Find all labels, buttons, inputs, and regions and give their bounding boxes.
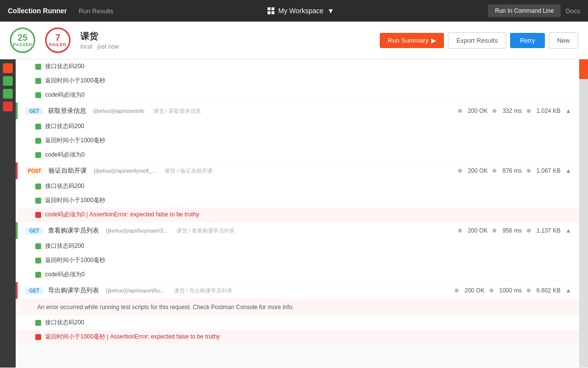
test-row: 返回时间小于1000毫秒 xyxy=(16,193,579,208)
request-header[interactable]: POST 验证自助开课 {{kehuo}}/api/verify/self_..… xyxy=(16,162,579,179)
nav-left: Collection Runner Run Results xyxy=(8,7,113,15)
request-header[interactable]: GET 查看购课学员列表 {{kehuo}}/api/buy/user/3...… xyxy=(16,222,579,239)
test-pass-indicator xyxy=(35,152,41,158)
response-time: 956 ms xyxy=(502,227,521,234)
status-dot xyxy=(458,229,462,233)
method-badge: GET xyxy=(25,227,43,235)
scroll-indicator xyxy=(579,59,588,368)
workspace-selector[interactable]: My Workspace ▼ xyxy=(268,7,334,15)
failed-badge: 7 FAILED xyxy=(45,27,71,53)
run-summary-button[interactable]: Run Summary ▶ xyxy=(380,33,444,48)
test-pass-indicator xyxy=(35,184,41,189)
retry-button[interactable]: Retry xyxy=(510,33,545,48)
sidebar-icon-red[interactable] xyxy=(3,102,13,111)
request-name: 获取登录信息 xyxy=(48,106,86,115)
status-code: 200 OK xyxy=(468,167,488,174)
status-dot xyxy=(458,169,462,173)
test-row: code码必须为0 xyxy=(16,148,579,162)
test-text: 返回时间小于1000毫秒 xyxy=(45,256,105,264)
test-text: 返回时间小于1000毫秒 xyxy=(45,77,105,85)
request-header[interactable]: GET 导出购课学员列表 {{kehuo}}/api/export/bu... … xyxy=(16,282,579,299)
test-text: 接口状态码200 xyxy=(45,242,84,250)
request-stats: 200 OK 956 ms 1.137 KB ▲ xyxy=(458,227,571,234)
run-results-tab[interactable]: Run Results xyxy=(79,7,114,15)
test-text: code码必须为0 xyxy=(45,270,85,279)
run-summary-arrow: ▶ xyxy=(431,37,436,44)
test-pass-indicator xyxy=(35,92,41,98)
request-path: 课货 / 验证自助开课 xyxy=(165,167,212,175)
request-name: 验证自助开课 xyxy=(49,166,87,175)
nav-right: Run In Command Line Docs xyxy=(488,4,580,17)
test-row: code码必须为0 xyxy=(16,88,579,102)
test-fail-indicator xyxy=(35,334,41,340)
method-badge: GET xyxy=(25,287,43,294)
response-size: 6.802 KB xyxy=(537,287,561,294)
new-button[interactable]: New xyxy=(549,32,578,49)
test-row: code码必须为0 | AssertionError: expected fal… xyxy=(16,208,579,222)
test-row: 接口状态码200 xyxy=(16,119,579,133)
request-group: POST 验证自助开课 {{kehuo}}/api/verify/self_..… xyxy=(16,162,579,222)
left-sidebar xyxy=(0,59,16,368)
run-command-button[interactable]: Run In Command Line xyxy=(488,4,561,17)
workspace-name: My Workspace xyxy=(278,7,323,15)
collection-info: 课货 local just now xyxy=(80,30,119,50)
environment-label: local xyxy=(80,43,93,50)
export-results-button[interactable]: Export Results xyxy=(448,32,506,49)
status-code: 200 OK xyxy=(465,287,485,294)
request-url: {{kehuo}}/api/verify/self_... xyxy=(94,168,156,174)
response-time: 876 ms xyxy=(502,167,521,174)
main-container: 接口状态码200 返回时间小于1000毫秒 code码必须为0 GET 获取登录… xyxy=(0,59,588,368)
summary-bar: 25 PASSED 7 FAILED 课货 local just now Run… xyxy=(0,22,588,59)
request-path: 课货 / 获取登录信息 xyxy=(153,107,201,115)
response-size: 1.024 KB xyxy=(537,107,561,114)
test-pass-indicator xyxy=(35,64,41,70)
test-pass-indicator xyxy=(35,124,41,130)
test-pass-indicator xyxy=(35,198,41,204)
test-pass-indicator xyxy=(35,243,41,249)
failed-label: FAILED xyxy=(49,42,66,47)
test-row: 返回时间小于1000毫秒 xyxy=(16,133,579,148)
request-stats: 200 OK 1000 ms 6.802 KB ▲ xyxy=(455,287,571,294)
test-row: 接口状态码200 xyxy=(16,315,579,330)
pre-test-group: 接口状态码200 返回时间小于1000毫秒 code码必须为0 xyxy=(16,59,579,102)
test-row: 接口状态码200 xyxy=(16,239,579,253)
collection-meta: local just now xyxy=(80,43,119,50)
status-dot xyxy=(455,289,459,292)
sidebar-icon-green2[interactable] xyxy=(3,89,13,99)
test-pass-indicator xyxy=(35,320,41,326)
error-message-row: An error occurred while running test scr… xyxy=(16,299,579,315)
request-stats: 200 OK 876 ms 1.067 KB ▲ xyxy=(458,167,571,174)
time-dot xyxy=(492,229,496,233)
test-row: 返回时间小于1000毫秒 xyxy=(16,74,579,88)
test-text: 接口状态码200 xyxy=(45,318,84,327)
test-text: code码必须为0 | AssertionError: expected fal… xyxy=(45,210,199,219)
test-row: code码必须为0 xyxy=(16,267,579,282)
request-name: 导出购课学员列表 xyxy=(48,286,99,295)
chevron-up-icon: ▲ xyxy=(565,107,571,114)
passed-count: 25 xyxy=(18,33,27,42)
response-time: 332 ms xyxy=(502,107,521,114)
sidebar-icon-green[interactable] xyxy=(3,76,13,86)
test-row: 接口状态码200 xyxy=(16,59,579,74)
request-stats: 200 OK 332 ms 1.024 KB ▲ xyxy=(458,107,571,114)
request-group: GET 导出购课学员列表 {{kehuo}}/api/export/bu... … xyxy=(16,282,579,344)
docs-button[interactable]: Docs xyxy=(565,7,580,15)
results-area[interactable]: 接口状态码200 返回时间小于1000毫秒 code码必须为0 GET 获取登录… xyxy=(16,59,579,368)
failed-count: 7 xyxy=(55,33,60,42)
response-time: 1000 ms xyxy=(499,287,522,294)
chevron-up-icon: ▲ xyxy=(565,287,571,294)
test-text: 接口状态码200 xyxy=(45,122,84,131)
time-dot xyxy=(492,169,496,173)
passed-badge: 25 PASSED xyxy=(10,27,35,53)
status-code: 200 OK xyxy=(468,227,488,234)
method-badge: POST xyxy=(25,167,44,175)
request-url: {{kehuo}}/api/export/bu... xyxy=(106,288,165,293)
size-dot xyxy=(527,169,531,173)
app-title: Collection Runner xyxy=(8,7,67,15)
test-text: 返回时间小于1000毫秒 | AssertionError: expected … xyxy=(45,333,220,341)
time-dot xyxy=(490,289,493,292)
request-header[interactable]: GET 获取登录信息 {{kehuo}}/api/userinfo 课货 / 获… xyxy=(16,103,579,119)
sidebar-icon-orange[interactable] xyxy=(3,63,13,73)
test-fail-indicator xyxy=(35,212,41,218)
test-pass-indicator xyxy=(35,138,41,144)
